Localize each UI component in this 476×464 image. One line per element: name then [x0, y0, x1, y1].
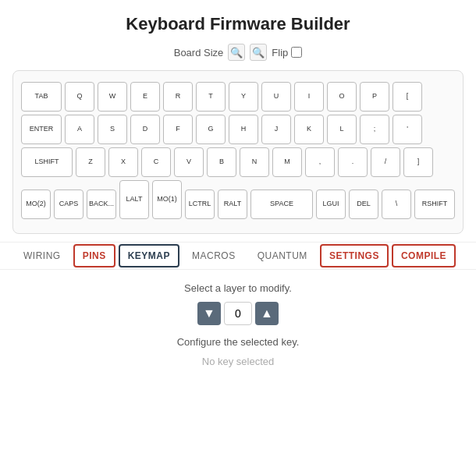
zoom-out-button[interactable]: 🔍 [228, 44, 245, 61]
tabs-row: WIRING PINS KEYMAP MACROS QUANTUM SETTIN… [0, 242, 476, 270]
key-period[interactable]: . [338, 147, 368, 177]
key-row-1: TAB Q W E R T Y U I O P [ [21, 82, 455, 112]
tab-pins[interactable]: PINS [73, 244, 115, 267]
tab-macros[interactable]: MACROS [181, 243, 247, 269]
key-e[interactable]: E [130, 82, 160, 112]
key-m[interactable]: M [272, 147, 302, 177]
layer-control: ▼ ▲ [12, 302, 464, 325]
key-l[interactable]: L [327, 115, 357, 144]
key-n[interactable]: N [240, 147, 269, 177]
key-g[interactable]: G [196, 115, 226, 144]
key-enter[interactable]: ENTER [21, 115, 62, 144]
layer-number-input[interactable] [224, 302, 252, 325]
key-d[interactable]: D [130, 115, 160, 144]
key-s[interactable]: S [98, 115, 127, 144]
key-slash[interactable]: / [371, 147, 400, 177]
tab-settings[interactable]: SETTINGS [320, 244, 389, 267]
key-ralt[interactable]: RALT [218, 189, 247, 219]
key-tab[interactable]: TAB [21, 82, 62, 112]
key-mo2[interactable]: MO(2) [21, 189, 51, 219]
layer-increment-button[interactable]: ▲ [255, 302, 279, 325]
key-del[interactable]: DEL [349, 189, 378, 219]
key-x[interactable]: X [108, 147, 138, 177]
key-q[interactable]: Q [65, 82, 94, 112]
key-f[interactable]: F [163, 115, 193, 144]
key-back[interactable]: BACK... [87, 189, 116, 219]
key-b[interactable]: B [207, 147, 236, 177]
key-u[interactable]: U [261, 82, 291, 112]
key-o[interactable]: O [327, 82, 357, 112]
key-z[interactable]: Z [76, 147, 105, 177]
key-k[interactable]: K [294, 115, 324, 144]
tab-compile[interactable]: COMPILE [392, 244, 456, 267]
flip-checkbox[interactable] [291, 47, 302, 58]
key-quote[interactable]: ' [393, 115, 422, 144]
key-row-2: ENTER A S D F G H J K L ; ' [21, 115, 455, 144]
key-row-4: MO(2) CAPS BACK... LALT MO(1) LCTRL RALT… [21, 180, 455, 219]
bottom-panel: Select a layer to modify. ▼ ▲ Configure … [0, 270, 476, 380]
key-rbracket[interactable]: ] [403, 147, 433, 177]
key-i[interactable]: I [294, 82, 324, 112]
key-lgui[interactable]: LGUI [316, 189, 346, 219]
key-mo1[interactable]: MO(1) [152, 180, 182, 219]
key-w[interactable]: W [98, 82, 127, 112]
key-j[interactable]: J [261, 115, 291, 144]
layer-select-label: Select a layer to modify. [12, 282, 464, 294]
key-lctrl[interactable]: LCTRL [185, 189, 215, 219]
zoom-out-icon: 🔍 [230, 47, 243, 58]
key-v[interactable]: V [174, 147, 204, 177]
zoom-in-button[interactable]: 🔍 [250, 44, 267, 61]
key-h[interactable]: H [229, 115, 258, 144]
key-r[interactable]: R [163, 82, 193, 112]
board-size-label: Board Size [174, 47, 224, 58]
key-backslash[interactable]: \ [382, 189, 411, 219]
key-space[interactable]: SPACE [250, 189, 313, 219]
key-y[interactable]: Y [229, 82, 258, 112]
flip-label: Flip [272, 47, 302, 58]
zoom-in-icon: 🔍 [252, 47, 265, 58]
key-semicolon[interactable]: ; [360, 115, 389, 144]
key-p[interactable]: P [360, 82, 389, 112]
key-lalt[interactable]: LALT [119, 180, 149, 219]
key-row-3: LSHIFT Z X C V B N M , . / ] [21, 147, 455, 177]
page-title: Keyboard Firmware Builder [0, 0, 476, 44]
key-a[interactable]: A [65, 115, 94, 144]
no-key-selected-label: No key selected [12, 356, 464, 367]
key-caps[interactable]: CAPS [54, 189, 83, 219]
key-t[interactable]: T [196, 82, 226, 112]
key-c[interactable]: C [141, 147, 171, 177]
key-rshift[interactable]: RSHIFT [414, 189, 455, 219]
key-lbracket[interactable]: [ [393, 82, 422, 112]
key-lshift[interactable]: LSHIFT [21, 147, 73, 177]
configure-label: Configure the selected key. [12, 336, 464, 348]
keyboard-container: TAB Q W E R T Y U I O P [ ENTER A S D F … [12, 70, 464, 234]
tab-quantum[interactable]: QUANTUM [247, 243, 318, 269]
key-comma[interactable]: , [305, 147, 335, 177]
layer-decrement-button[interactable]: ▼ [197, 302, 221, 325]
tab-keymap[interactable]: KEYMAP [119, 244, 179, 267]
tab-wiring[interactable]: WIRING [12, 243, 72, 269]
